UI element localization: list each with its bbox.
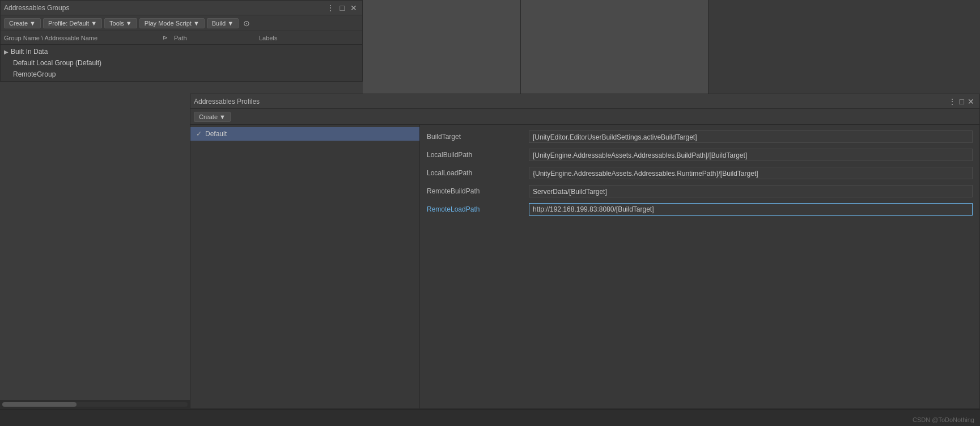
groups-toolbar: Create ▼ Profile: Default ▼ Tools ▼ Play…	[1, 15, 362, 31]
profile-checkmark: ✓	[196, 130, 202, 138]
remote-group-label: RemoteGroup	[13, 70, 56, 78]
profiles-panel: Addressables Profiles ⋮ □ ✕ Create ▼ ✓ D…	[190, 94, 980, 409]
search-button[interactable]: ⊙	[241, 19, 252, 28]
build-target-value: [UnityEditor.EditorUserBuildSettings.act…	[529, 130, 973, 143]
remote-build-path-row: RemoteBuildPath ServerData/[BuildTarget]	[427, 184, 973, 199]
play-mode-script-button[interactable]: Play Mode Script ▼	[139, 18, 205, 28]
local-build-path-row: LocalBuildPath [UnityEngine.AddressableA…	[427, 147, 973, 162]
groups-panel-title: Addressables Groups	[4, 4, 323, 12]
watermark: CSDN @ToDoNothing	[913, 416, 974, 423]
profiles-menu-button[interactable]: ⋮	[947, 98, 958, 106]
right-dark-panel	[708, 0, 980, 94]
remote-build-path-label: RemoteBuildPath	[427, 187, 529, 195]
local-load-path-value: {UnityEngine.AddressableAssets.Addressab…	[529, 167, 973, 179]
col-group-name: Group Name \ Addressable Name	[4, 35, 163, 41]
profile-button[interactable]: Profile: Default ▼	[43, 18, 102, 28]
col-pin-icon: ⊳	[163, 34, 174, 41]
remote-load-path-label: RemoteLoadPath	[427, 205, 529, 213]
default-local-group-row[interactable]: Default Local Group (Default)	[1, 57, 362, 69]
built-in-data-label: Built In Data	[11, 48, 48, 56]
profiles-list: ✓ Default	[190, 125, 420, 408]
remote-load-path-row: RemoteLoadPath	[427, 202, 973, 217]
profiles-title-bar: Addressables Profiles ⋮ □ ✕	[190, 94, 979, 109]
expand-arrow-built-in: ▶	[4, 49, 9, 55]
profiles-content: ✓ Default BuildTarget [UnityEditor.Edito…	[190, 125, 979, 408]
groups-menu-button[interactable]: ⋮	[325, 4, 336, 12]
col-path: Path	[174, 35, 259, 41]
profiles-maximize-button[interactable]: □	[958, 98, 966, 106]
local-build-path-value: [UnityEngine.AddressableAssets.Addressab…	[529, 149, 973, 161]
create-button[interactable]: Create ▼	[4, 18, 41, 28]
build-target-label: BuildTarget	[427, 133, 529, 141]
column-header-row: Group Name \ Addressable Name ⊳ Path Lab…	[1, 31, 362, 45]
tools-button[interactable]: Tools ▼	[104, 18, 137, 28]
profile-name-default: Default	[205, 130, 227, 138]
status-bar: CSDN @ToDoNothing	[0, 409, 980, 426]
local-load-path-row: LocalLoadPath {UnityEngine.AddressableAs…	[427, 166, 973, 180]
groups-maximize-button[interactable]: □	[338, 4, 346, 12]
addressables-groups-panel: Addressables Groups ⋮ □ ✕ Create ▼ Profi…	[0, 0, 363, 82]
local-load-path-label: LocalLoadPath	[427, 169, 529, 177]
remote-build-path-value: ServerData/[BuildTarget]	[529, 185, 973, 197]
tree-content: ▶ Built In Data Default Local Group (Def…	[1, 45, 362, 81]
profiles-toolbar: Create ▼	[190, 109, 979, 125]
default-local-group-label: Default Local Group (Default)	[13, 59, 101, 67]
remote-group-row[interactable]: RemoteGroup	[1, 69, 362, 80]
local-build-path-label: LocalBuildPath	[427, 151, 529, 159]
vertical-divider	[520, 0, 521, 94]
built-in-data-row[interactable]: ▶ Built In Data	[1, 46, 362, 57]
groups-panel-title-bar: Addressables Groups ⋮ □ ✕	[1, 1, 362, 15]
scrollbar-area	[0, 400, 190, 409]
profiles-panel-title: Addressables Profiles	[194, 98, 947, 106]
groups-close-button[interactable]: ✕	[349, 4, 359, 12]
profiles-settings: BuildTarget [UnityEditor.EditorUserBuild…	[420, 125, 979, 408]
profile-item-default[interactable]: ✓ Default	[190, 127, 419, 141]
profiles-create-button[interactable]: Create ▼	[194, 112, 231, 122]
profiles-close-button[interactable]: ✕	[966, 98, 976, 106]
build-button[interactable]: Build ▼	[207, 18, 239, 28]
build-target-row: BuildTarget [UnityEditor.EditorUserBuild…	[427, 129, 973, 144]
remote-load-path-input[interactable]	[529, 203, 973, 216]
scrollbar-thumb	[2, 402, 77, 407]
col-labels: Labels	[259, 35, 359, 41]
scrollbar-track[interactable]	[2, 402, 188, 407]
